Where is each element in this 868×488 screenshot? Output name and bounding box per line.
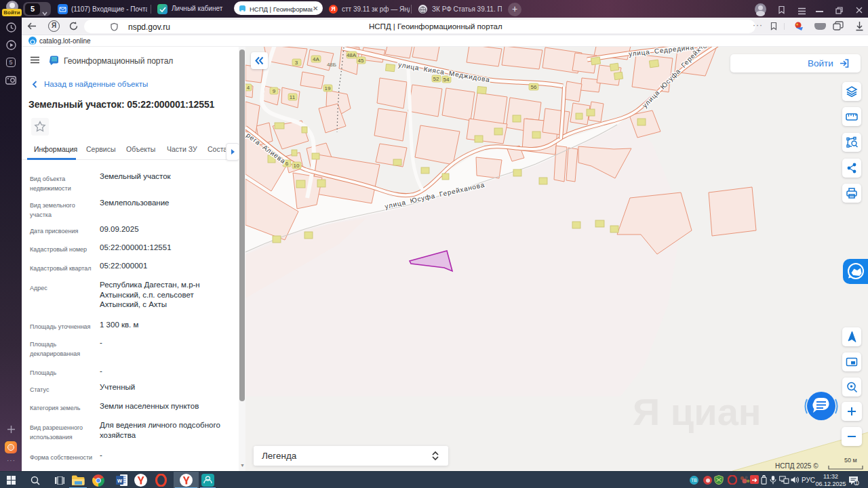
svg-text:4А: 4А: [313, 56, 319, 62]
svg-text:48Б: 48Б: [327, 62, 336, 68]
svg-text:48А: 48А: [347, 52, 357, 58]
svg-text:10: 10: [294, 163, 300, 169]
svg-text:НСПД 2025 ©: НСПД 2025 ©: [775, 462, 818, 470]
svg-text:6: 6: [285, 161, 289, 167]
svg-text:19: 19: [325, 85, 331, 92]
svg-text:11: 11: [290, 94, 296, 100]
svg-text:Я циан: Я циан: [633, 390, 762, 433]
svg-text:56: 56: [531, 84, 537, 90]
svg-text:54: 54: [443, 77, 450, 83]
svg-text:w: w: [117, 477, 123, 484]
svg-text:45: 45: [358, 58, 364, 64]
svg-text:50 м: 50 м: [844, 457, 857, 464]
svg-text:1: 1: [855, 481, 858, 485]
svg-text:3: 3: [295, 60, 298, 66]
svg-text:9: 9: [273, 88, 276, 94]
svg-text:4: 4: [247, 85, 250, 91]
svg-text:52: 52: [433, 76, 439, 82]
